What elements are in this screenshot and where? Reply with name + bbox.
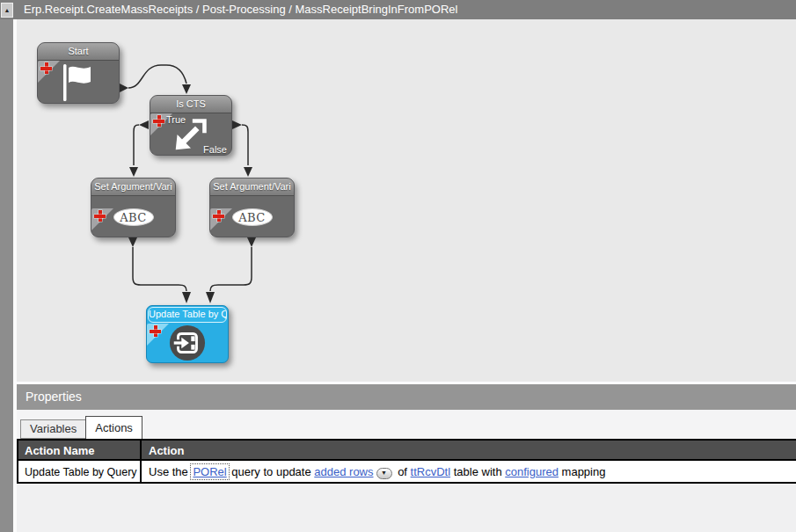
collapse-button[interactable]: ▲ [1, 3, 13, 18]
arrowhead-into-iscts [182, 84, 191, 94]
connector-setright-to-update [210, 247, 252, 291]
add-icon[interactable] [153, 115, 164, 127]
action-link-added-rows[interactable]: added rows [314, 465, 373, 478]
add-icon[interactable] [150, 325, 161, 337]
false-branch-label: False [203, 144, 227, 155]
arrowhead-into-setright [244, 167, 252, 177]
port-arrow-right-icon [232, 120, 242, 129]
action-cell: Use the PORel query to update added rows… [142, 461, 796, 482]
properties-panel: Properties Variables Actions Action Name… [13, 382, 796, 532]
add-icon[interactable] [40, 62, 52, 74]
true-branch-label: True [166, 114, 186, 125]
update-table-icon [169, 324, 206, 361]
node-update-table-title: Update Table by Q [148, 307, 227, 323]
column-header-action-name: Action Name [18, 441, 142, 459]
node-is-cts-title: Is CTS [150, 96, 231, 113]
connector-true-branch [134, 125, 139, 165]
action-link-ttrcvdtl[interactable]: ttRcvDtl [411, 465, 451, 478]
connector-start-to-iscts [128, 65, 186, 88]
arrowhead-into-update-right [206, 292, 215, 303]
flag-icon [61, 63, 96, 102]
abc-icon: ABC [232, 208, 273, 226]
tab-variables[interactable]: Variables [20, 419, 86, 439]
titlebar: Erp.Receipt.CreateMassReceipts / Post-Pr… [0, 0, 796, 19]
arrowhead-into-setleft [129, 167, 138, 177]
node-set-argument-right[interactable]: Set Argument/Vari ABC [209, 178, 295, 237]
left-gutter [0, 19, 13, 532]
port-arrow-left-icon [139, 120, 149, 129]
breadcrumb: Erp.Receipt.CreateMassReceipts / Post-Pr… [24, 3, 457, 16]
collapse-arrow-icon: ▲ [4, 7, 11, 13]
actions-table: Action Name Action Update Table by Query… [17, 439, 796, 484]
workflow-canvas[interactable]: Start Is CTS [13, 19, 796, 382]
workflow-designer-window: Erp.Receipt.CreateMassReceipts / Post-Pr… [0, 0, 796, 532]
arrowhead-into-update-left [182, 292, 191, 303]
add-icon[interactable] [94, 210, 106, 222]
action-link-porel[interactable]: PORel [191, 464, 228, 479]
column-header-action: Action [142, 441, 796, 459]
abc-icon: ABC [113, 208, 154, 226]
properties-panel-title: Properties [17, 384, 796, 410]
properties-tabstrip: Variables Actions [17, 410, 796, 439]
node-update-table[interactable]: Update Table by Q [146, 305, 229, 363]
properties-empty-area [17, 484, 796, 532]
node-start-title: Start [38, 43, 119, 61]
actions-table-header: Action Name Action [18, 441, 796, 461]
node-start[interactable]: Start [37, 42, 120, 104]
connector-setleft-to-update [133, 247, 186, 291]
port-arrow-right-icon [120, 84, 128, 92]
node-set-argument-left[interactable]: Set Argument/Vari ABC [91, 178, 176, 237]
tab-actions[interactable]: Actions [85, 416, 142, 439]
node-set-argument-left-title: Set Argument/Vari [91, 179, 175, 196]
node-set-argument-right-title: Set Argument/Vari [210, 179, 294, 196]
node-is-cts[interactable]: Is CTS True False [150, 95, 232, 156]
action-name-cell: Update Table by Query 0 [18, 461, 142, 482]
added-rows-dropdown-button[interactable]: ▼ [376, 468, 392, 479]
table-row[interactable]: Update Table by Query 0 Use the PORel qu… [18, 461, 796, 484]
connector-false-branch [242, 125, 248, 165]
action-link-configured[interactable]: configured [505, 465, 559, 478]
add-icon[interactable] [213, 210, 224, 222]
